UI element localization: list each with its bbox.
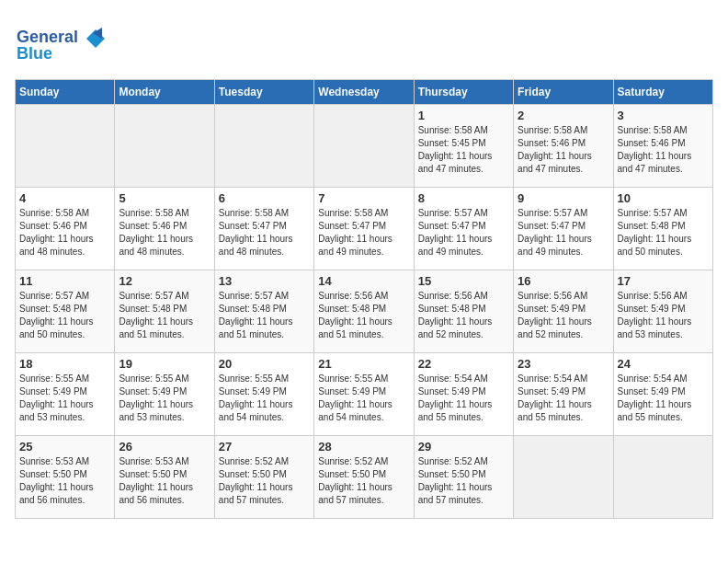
- day-number: 7: [318, 191, 409, 205]
- cell-info: Sunrise: 5:52 AM Sunset: 5:50 PM Dayligh…: [318, 455, 409, 507]
- day-header-monday: Monday: [115, 80, 214, 105]
- day-header-sunday: Sunday: [16, 80, 115, 105]
- calendar-week-row: 25Sunrise: 5:53 AM Sunset: 5:50 PM Dayli…: [16, 436, 713, 519]
- cell-info: Sunrise: 5:57 AM Sunset: 5:47 PM Dayligh…: [418, 207, 509, 259]
- svg-text:Blue: Blue: [17, 44, 52, 63]
- calendar-cell: 12Sunrise: 5:57 AM Sunset: 5:48 PM Dayli…: [115, 270, 214, 353]
- cell-info: Sunrise: 5:58 AM Sunset: 5:45 PM Dayligh…: [418, 124, 509, 176]
- calendar-week-row: 11Sunrise: 5:57 AM Sunset: 5:48 PM Dayli…: [16, 270, 713, 353]
- day-number: 6: [219, 191, 310, 205]
- calendar-cell: 19Sunrise: 5:55 AM Sunset: 5:49 PM Dayli…: [115, 353, 214, 436]
- cell-info: Sunrise: 5:58 AM Sunset: 5:46 PM Dayligh…: [119, 207, 210, 259]
- cell-info: Sunrise: 5:54 AM Sunset: 5:49 PM Dayligh…: [518, 373, 609, 424]
- calendar-cell: 26Sunrise: 5:53 AM Sunset: 5:50 PM Dayli…: [115, 436, 214, 519]
- day-number: 1: [418, 109, 509, 122]
- day-number: 14: [318, 274, 409, 288]
- day-number: 2: [518, 109, 609, 122]
- calendar-cell: 20Sunrise: 5:55 AM Sunset: 5:49 PM Dayli…: [214, 353, 313, 436]
- day-number: 17: [618, 274, 709, 288]
- day-number: 26: [119, 440, 210, 454]
- logo: General Blue: [15, 22, 107, 72]
- day-number: 21: [318, 357, 409, 371]
- cell-info: Sunrise: 5:56 AM Sunset: 5:49 PM Dayligh…: [618, 290, 709, 341]
- day-header-friday: Friday: [514, 80, 613, 105]
- day-number: 15: [418, 274, 509, 288]
- day-number: 19: [119, 357, 210, 371]
- calendar-cell: 17Sunrise: 5:56 AM Sunset: 5:49 PM Dayli…: [613, 270, 712, 353]
- calendar-cell: 1Sunrise: 5:58 AM Sunset: 5:45 PM Daylig…: [414, 105, 513, 188]
- calendar-week-row: 18Sunrise: 5:55 AM Sunset: 5:49 PM Dayli…: [16, 353, 713, 436]
- calendar-week-row: 1Sunrise: 5:58 AM Sunset: 5:45 PM Daylig…: [16, 105, 713, 188]
- cell-info: Sunrise: 5:57 AM Sunset: 5:48 PM Dayligh…: [618, 207, 709, 259]
- calendar-cell: 9Sunrise: 5:57 AM Sunset: 5:47 PM Daylig…: [514, 188, 613, 270]
- day-number: 8: [418, 191, 509, 205]
- calendar-header-row: SundayMondayTuesdayWednesdayThursdayFrid…: [16, 80, 713, 105]
- calendar-cell: 23Sunrise: 5:54 AM Sunset: 5:49 PM Dayli…: [514, 353, 613, 436]
- calendar-cell: 5Sunrise: 5:58 AM Sunset: 5:46 PM Daylig…: [115, 188, 214, 270]
- day-number: 12: [119, 274, 210, 288]
- day-number: 13: [219, 274, 310, 288]
- calendar-cell: 10Sunrise: 5:57 AM Sunset: 5:48 PM Dayli…: [613, 188, 712, 270]
- cell-info: Sunrise: 5:57 AM Sunset: 5:48 PM Dayligh…: [219, 290, 310, 341]
- calendar-week-row: 4Sunrise: 5:58 AM Sunset: 5:46 PM Daylig…: [16, 188, 713, 270]
- day-header-thursday: Thursday: [414, 80, 513, 105]
- calendar-cell: 22Sunrise: 5:54 AM Sunset: 5:49 PM Dayli…: [414, 353, 513, 436]
- day-number: 23: [518, 357, 609, 371]
- cell-info: Sunrise: 5:56 AM Sunset: 5:48 PM Dayligh…: [318, 290, 409, 341]
- day-header-wednesday: Wednesday: [314, 80, 414, 105]
- day-number: 27: [219, 440, 310, 454]
- calendar-cell: 8Sunrise: 5:57 AM Sunset: 5:47 PM Daylig…: [414, 188, 513, 270]
- cell-info: Sunrise: 5:52 AM Sunset: 5:50 PM Dayligh…: [219, 455, 310, 507]
- day-number: 4: [19, 191, 110, 205]
- calendar-cell: 3Sunrise: 5:58 AM Sunset: 5:46 PM Daylig…: [613, 105, 712, 188]
- day-number: 9: [518, 191, 609, 205]
- day-number: 18: [19, 357, 110, 371]
- cell-info: Sunrise: 5:57 AM Sunset: 5:48 PM Dayligh…: [119, 290, 210, 341]
- day-number: 16: [518, 274, 609, 288]
- calendar-cell: 28Sunrise: 5:52 AM Sunset: 5:50 PM Dayli…: [314, 436, 414, 519]
- calendar-cell: 27Sunrise: 5:52 AM Sunset: 5:50 PM Dayli…: [214, 436, 313, 519]
- day-number: 22: [418, 357, 509, 371]
- calendar-table: SundayMondayTuesdayWednesdayThursdayFrid…: [15, 79, 713, 519]
- calendar-cell: 29Sunrise: 5:52 AM Sunset: 5:50 PM Dayli…: [414, 436, 513, 519]
- cell-info: Sunrise: 5:58 AM Sunset: 5:46 PM Dayligh…: [518, 124, 609, 176]
- cell-info: Sunrise: 5:58 AM Sunset: 5:46 PM Dayligh…: [618, 124, 709, 176]
- cell-info: Sunrise: 5:52 AM Sunset: 5:50 PM Dayligh…: [418, 455, 509, 507]
- day-header-saturday: Saturday: [613, 80, 712, 105]
- day-number: 25: [19, 440, 110, 454]
- svg-text:General: General: [17, 28, 78, 46]
- cell-info: Sunrise: 5:55 AM Sunset: 5:49 PM Dayligh…: [119, 373, 210, 424]
- cell-info: Sunrise: 5:57 AM Sunset: 5:47 PM Dayligh…: [518, 207, 609, 259]
- calendar-cell: 18Sunrise: 5:55 AM Sunset: 5:49 PM Dayli…: [16, 353, 115, 436]
- cell-info: Sunrise: 5:54 AM Sunset: 5:49 PM Dayligh…: [618, 373, 709, 424]
- calendar-cell: [314, 105, 414, 188]
- calendar-cell: [115, 105, 214, 188]
- calendar-cell: [16, 105, 115, 188]
- calendar-cell: 6Sunrise: 5:58 AM Sunset: 5:47 PM Daylig…: [214, 188, 313, 270]
- day-number: 5: [119, 191, 210, 205]
- cell-info: Sunrise: 5:58 AM Sunset: 5:46 PM Dayligh…: [19, 207, 110, 259]
- calendar-cell: [214, 105, 313, 188]
- cell-info: Sunrise: 5:56 AM Sunset: 5:48 PM Dayligh…: [418, 290, 509, 341]
- calendar-cell: 25Sunrise: 5:53 AM Sunset: 5:50 PM Dayli…: [16, 436, 115, 519]
- cell-info: Sunrise: 5:55 AM Sunset: 5:49 PM Dayligh…: [219, 373, 310, 424]
- cell-info: Sunrise: 5:53 AM Sunset: 5:50 PM Dayligh…: [19, 455, 110, 507]
- day-number: 11: [19, 274, 110, 288]
- cell-info: Sunrise: 5:55 AM Sunset: 5:49 PM Dayligh…: [19, 373, 110, 424]
- calendar-cell: 24Sunrise: 5:54 AM Sunset: 5:49 PM Dayli…: [613, 353, 712, 436]
- day-number: 29: [418, 440, 509, 454]
- cell-info: Sunrise: 5:56 AM Sunset: 5:49 PM Dayligh…: [518, 290, 609, 341]
- calendar-cell: 14Sunrise: 5:56 AM Sunset: 5:48 PM Dayli…: [314, 270, 414, 353]
- cell-info: Sunrise: 5:53 AM Sunset: 5:50 PM Dayligh…: [119, 455, 210, 507]
- day-number: 10: [618, 191, 709, 205]
- cell-info: Sunrise: 5:57 AM Sunset: 5:48 PM Dayligh…: [19, 290, 110, 341]
- cell-info: Sunrise: 5:54 AM Sunset: 5:49 PM Dayligh…: [418, 373, 509, 424]
- calendar-cell: 16Sunrise: 5:56 AM Sunset: 5:49 PM Dayli…: [514, 270, 613, 353]
- calendar-cell: 13Sunrise: 5:57 AM Sunset: 5:48 PM Dayli…: [214, 270, 313, 353]
- calendar-cell: 21Sunrise: 5:55 AM Sunset: 5:49 PM Dayli…: [314, 353, 414, 436]
- calendar-cell: 11Sunrise: 5:57 AM Sunset: 5:48 PM Dayli…: [16, 270, 115, 353]
- calendar-cell: 15Sunrise: 5:56 AM Sunset: 5:48 PM Dayli…: [414, 270, 513, 353]
- cell-info: Sunrise: 5:58 AM Sunset: 5:47 PM Dayligh…: [219, 207, 310, 259]
- day-number: 3: [618, 109, 709, 122]
- day-number: 24: [618, 357, 709, 371]
